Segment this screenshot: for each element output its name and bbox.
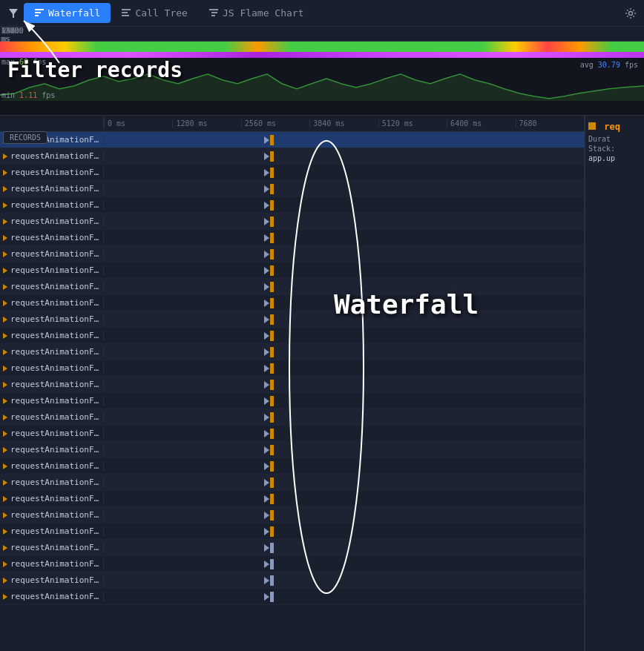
tab-call-tree-label: Call Tree	[135, 7, 187, 19]
bar-indicator	[264, 331, 274, 341]
bar-indicator	[264, 510, 274, 521]
fps-waveform-area: max 60 fps min 1.11 fps avg 30.79 fps	[0, 58, 644, 101]
row-name: requestAnimationFra...	[10, 396, 100, 406]
table-row[interactable]: requestAnimationFra...	[0, 311, 584, 328]
table-body[interactable]: requestAnimationFra...requestAnimationFr…	[0, 132, 584, 651]
right-panel: req Durat Stack: app.up	[585, 116, 644, 651]
bar-indicator	[264, 314, 274, 325]
row-label: requestAnimationFra...	[0, 200, 104, 210]
row-name: requestAnimationFra...	[10, 461, 100, 471]
expand-icon	[3, 349, 7, 355]
expand-icon	[3, 186, 7, 192]
tab-js-flame-label: JS Flame Chart	[223, 7, 304, 19]
expand-icon	[3, 284, 7, 290]
row-name: requestAnimationFra...	[10, 526, 100, 536]
row-name: requestAnimationFra...	[10, 510, 100, 520]
table-row[interactable]: requestAnimationFra...	[0, 556, 584, 572]
row-label: requestAnimationFra...	[0, 184, 104, 194]
bar-indicator	[264, 477, 274, 488]
row-bar-area	[104, 246, 584, 262]
records-col-header	[0, 116, 104, 131]
bar-indicator	[264, 135, 274, 145]
tab-waterfall-label: Waterfall	[48, 7, 100, 19]
table-row[interactable]: requestAnimationFra...	[0, 393, 584, 409]
table-row[interactable]: requestAnimationFra...	[0, 572, 584, 589]
tab-js-flame[interactable]: JS Flame Chart	[198, 3, 315, 23]
fps-max-label: max 60 fps	[1, 58, 46, 66]
table-row[interactable]: requestAnimationFra...	[0, 409, 584, 426]
fps-purple-bar	[0, 52, 644, 58]
svg-marker-0	[9, 9, 18, 18]
table-row[interactable]: requestAnimationFra...	[0, 377, 584, 393]
table-row[interactable]: requestAnimationFra...	[0, 148, 584, 165]
settings-button[interactable]	[620, 3, 641, 24]
row-label: requestAnimationFra...	[0, 282, 104, 291]
bar-indicator	[264, 282, 274, 292]
table-row[interactable]: requestAnimationFra...	[0, 507, 584, 523]
row-label: requestAnimationFra...	[0, 526, 104, 536]
row-label: requestAnimationFra...	[0, 412, 104, 422]
row-name: requestAnimationFra...	[10, 151, 100, 161]
right-panel-duration-label: Durat	[588, 135, 641, 143]
filter-button[interactable]	[3, 3, 24, 24]
row-name: requestAnimationFra...	[10, 592, 100, 601]
row-name: requestAnimationFra...	[10, 249, 100, 259]
row-name: requestAnimationFra...	[10, 347, 100, 357]
expand-icon	[3, 561, 7, 567]
records-table: 0 ms 1280 ms 2560 ms 3840 ms 5120 ms 640…	[0, 116, 585, 651]
row-name: requestAnimationFra...	[10, 217, 100, 226]
table-row[interactable]: requestAnimationFra...	[0, 442, 584, 458]
table-row[interactable]: requestAnimationFra...	[0, 197, 584, 214]
bar-indicator	[264, 363, 274, 374]
table-row[interactable]: requestAnimationFra...	[0, 165, 584, 181]
row-bar-area	[104, 409, 584, 426]
table-row[interactable]: requestAnimationFra...	[0, 589, 584, 605]
table-row[interactable]: requestAnimationFra...	[0, 328, 584, 344]
ruler-tick-3: 3840 ms	[309, 119, 378, 128]
expand-icon	[3, 137, 7, 143]
bar-indicator	[264, 168, 274, 178]
expand-icon	[3, 202, 7, 208]
row-bar-area	[104, 491, 584, 507]
row-bar-area	[104, 328, 584, 344]
bar-indicator	[264, 200, 274, 211]
row-bar-area	[104, 132, 584, 148]
svg-rect-7	[209, 9, 218, 10]
svg-rect-8	[211, 12, 217, 13]
bar-indicator	[264, 380, 274, 390]
row-label: requestAnimationFra...	[0, 380, 104, 389]
table-row[interactable]: requestAnimationFra...	[0, 262, 584, 279]
table-row[interactable]: requestAnimationFra...	[0, 181, 584, 197]
tab-call-tree[interactable]: Call Tree	[111, 3, 197, 23]
row-name: requestAnimationFra...	[10, 494, 100, 503]
bar-indicator	[264, 575, 274, 586]
table-row[interactable]: requestAnimationFra...	[0, 295, 584, 311]
right-panel-stack-label: Stack:	[588, 145, 641, 153]
table-row[interactable]: requestAnimationFra...	[0, 246, 584, 262]
table-row[interactable]: requestAnimationFra...	[0, 230, 584, 246]
row-bar-area	[104, 475, 584, 491]
table-row[interactable]: requestAnimationFra...	[0, 426, 584, 442]
table-row[interactable]: requestAnimationFra...	[0, 540, 584, 556]
table-row[interactable]: requestAnimationFra...	[0, 458, 584, 475]
row-name: requestAnimationFra...	[10, 331, 100, 340]
row-bar-area	[104, 197, 584, 214]
row-label: requestAnimationFra...	[0, 494, 104, 503]
table-row[interactable]: requestAnimationFra...	[0, 344, 584, 360]
table-row[interactable]: requestAnimationFra...	[0, 214, 584, 230]
table-row[interactable]: requestAnimationFra...	[0, 475, 584, 491]
row-name: requestAnimationFra...	[10, 363, 100, 373]
table-row[interactable]: requestAnimationFra...	[0, 132, 584, 148]
ruler-tick-2: 2560 ms	[241, 119, 309, 128]
expand-icon	[3, 317, 7, 323]
row-name: requestAnimationFra...	[10, 200, 100, 210]
table-row[interactable]: requestAnimationFra...	[0, 360, 584, 377]
table-row[interactable]: requestAnimationFra...	[0, 279, 584, 295]
fps-min-label: min 1.11 fps	[1, 91, 55, 99]
expand-icon	[3, 268, 7, 274]
tab-waterfall[interactable]: Waterfall	[24, 3, 111, 23]
bar-indicator	[264, 233, 274, 243]
row-bar-area	[104, 458, 584, 475]
table-row[interactable]: requestAnimationFra...	[0, 491, 584, 507]
table-row[interactable]: requestAnimationFra...	[0, 523, 584, 540]
